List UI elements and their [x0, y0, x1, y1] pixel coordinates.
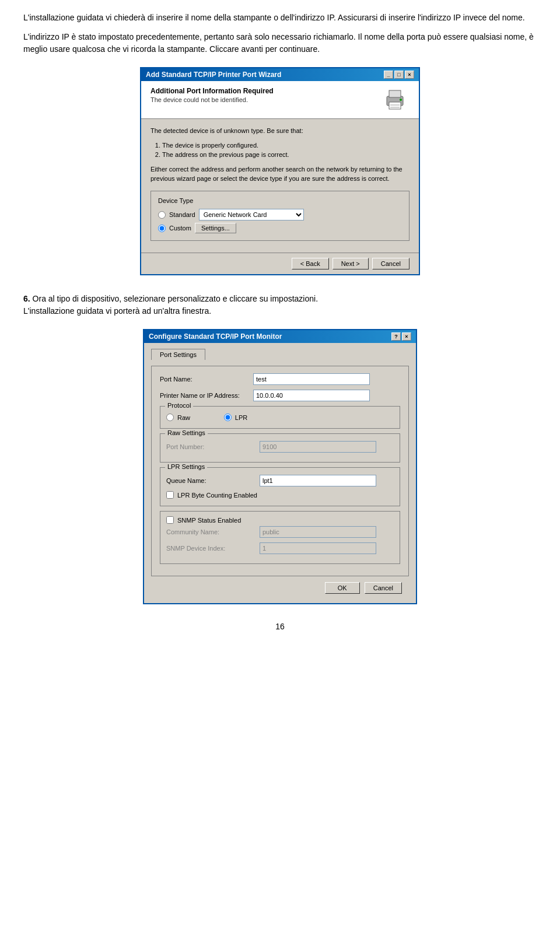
config-title: Configure Standard TCP/IP Port Monitor: [149, 332, 282, 341]
port-settings-tab[interactable]: Port Settings: [151, 349, 205, 360]
titlebar-buttons: _ □ ×: [384, 71, 414, 79]
wizard-body-line2: Either correct the address and perform a…: [150, 164, 410, 184]
device-type-label: Device Type: [158, 196, 402, 206]
device-type-dropdown[interactable]: Generic Network Card: [199, 209, 304, 220]
port-name-row: Port Name:: [160, 373, 400, 385]
printer-icon: [383, 88, 407, 111]
raw-radio[interactable]: [166, 414, 174, 421]
standard-radio-row: Standard Generic Network Card: [158, 209, 402, 220]
settings-button[interactable]: Settings...: [195, 223, 236, 233]
wizard-list-item-2: The address on the previous page is corr…: [162, 150, 410, 160]
port-number-input[interactable]: [260, 441, 376, 453]
config-fields: Port Name: Printer Name or IP Address: P…: [151, 366, 409, 576]
lpr-byte-counting-row: LPR Byte Counting Enabled: [166, 491, 394, 499]
svg-rect-1: [389, 90, 401, 97]
port-number-row: Port Number:: [166, 441, 394, 453]
custom-label: Custom: [169, 223, 191, 233]
lpr-label: LPR: [235, 414, 247, 421]
minimize-button[interactable]: _: [384, 71, 393, 79]
step6-line1: Ora al tipo di dispositivo, selezionare …: [33, 294, 318, 303]
wizard-header-icon: [380, 87, 410, 113]
step6-number: 6.: [23, 294, 30, 303]
wizard-content: The detected device is of unknown type. …: [141, 119, 419, 253]
custom-radio-row: Custom Settings...: [158, 223, 402, 233]
community-name-label: Community Name:: [166, 528, 260, 535]
protocol-content: Raw LPR: [166, 414, 394, 421]
config-body: Port Settings Port Name: Printer Name or…: [144, 343, 416, 603]
svg-rect-3: [390, 104, 400, 106]
wizard-header-text: Additional Port Information Required The…: [150, 87, 274, 103]
snmp-device-index-input[interactable]: [260, 542, 376, 554]
snmp-device-index-row: SNMP Device Index:: [166, 542, 394, 554]
lpr-settings-legend: LPR Settings: [165, 463, 207, 470]
wizard-dialog: Add Standard TCP/IP Printer Port Wizard …: [140, 67, 420, 275]
config-close-button[interactable]: ×: [402, 332, 411, 341]
printer-ip-input[interactable]: [253, 390, 370, 401]
raw-settings-section: Raw Settings Port Number:: [160, 433, 400, 463]
community-name-input[interactable]: [260, 526, 376, 538]
config-cancel-button[interactable]: Cancel: [365, 582, 402, 594]
wizard-body-line1: The detected device is of unknown type. …: [150, 126, 410, 136]
device-type-box: Device Type Standard Generic Network Car…: [150, 191, 410, 241]
back-button[interactable]: < Back: [292, 258, 329, 269]
lpr-settings-section: LPR Settings Queue Name: LPR Byte Counti…: [160, 467, 400, 506]
printer-ip-row: Printer Name or IP Address:: [160, 390, 400, 401]
config-titlebar-buttons: ? ×: [391, 332, 411, 341]
lpr-settings-content: Queue Name: LPR Byte Counting Enabled: [166, 475, 394, 499]
queue-name-input[interactable]: [260, 475, 376, 486]
snmp-status-checkbox[interactable]: [166, 516, 174, 524]
wizard-header: Additional Port Information Required The…: [141, 81, 419, 119]
standard-label: Standard: [169, 210, 195, 220]
lpr-byte-counting-checkbox[interactable]: [166, 491, 174, 499]
wizard-body: Additional Port Information Required The…: [141, 81, 419, 274]
snmp-section: SNMP Status Enabled Community Name: SNMP…: [160, 511, 400, 564]
printer-ip-label: Printer Name or IP Address:: [160, 392, 253, 399]
protocol-legend: Protocol: [165, 402, 193, 409]
step6-line2: L'installazione guidata vi porterà ad un…: [23, 306, 211, 316]
raw-radio-row: Raw LPR: [166, 414, 394, 421]
config-titlebar: Configure Standard TCP/IP Port Monitor ?…: [144, 330, 416, 343]
wizard-header-title: Additional Port Information Required: [150, 87, 274, 95]
queue-name-row: Queue Name:: [166, 475, 394, 486]
port-name-label: Port Name:: [160, 376, 253, 383]
lpr-radio[interactable]: [224, 414, 232, 421]
custom-radio[interactable]: [158, 225, 166, 232]
paragraph-1: L'installazione guidata vi chiederà di i…: [23, 12, 537, 24]
svg-point-5: [400, 99, 402, 101]
config-dialog-container: Configure Standard TCP/IP Port Monitor ?…: [23, 329, 537, 604]
ok-button[interactable]: OK: [325, 582, 360, 594]
next-button[interactable]: Next >: [332, 258, 369, 269]
maximize-button[interactable]: □: [394, 71, 404, 79]
page-number: 16: [23, 622, 537, 631]
community-name-row: Community Name:: [166, 526, 394, 538]
raw-label: Raw: [177, 414, 190, 421]
wizard-title: Add Standard TCP/IP Printer Port Wizard: [146, 71, 281, 79]
config-dialog: Configure Standard TCP/IP Port Monitor ?…: [143, 329, 417, 604]
cancel-button[interactable]: Cancel: [372, 258, 410, 269]
svg-rect-4: [390, 107, 400, 108]
protocol-section: Protocol Raw LPR: [160, 406, 400, 429]
wizard-titlebar: Add Standard TCP/IP Printer Port Wizard …: [141, 68, 419, 81]
config-footer: OK Cancel: [151, 576, 409, 597]
raw-settings-content: Port Number:: [166, 441, 394, 453]
wizard-list-item-1: The device is properly configured.: [162, 141, 410, 150]
snmp-status-row: SNMP Status Enabled: [166, 516, 394, 524]
wizard-header-subtitle: The device could not be identified.: [150, 96, 274, 103]
standard-radio[interactable]: [158, 211, 166, 219]
close-button[interactable]: ×: [405, 71, 414, 79]
wizard-dialog-container: Add Standard TCP/IP Printer Port Wizard …: [23, 67, 537, 275]
step6-text: 6. Ora al tipo di dispositivo, seleziona…: [23, 293, 537, 317]
lpr-byte-counting-label: LPR Byte Counting Enabled: [177, 492, 257, 499]
paragraph-2: L'indirizzo IP è stato impostato precede…: [23, 31, 537, 55]
wizard-body-list: The device is properly configured. The a…: [162, 141, 410, 160]
port-number-label: Port Number:: [166, 443, 260, 450]
tab-bar: Port Settings: [151, 349, 409, 360]
raw-settings-legend: Raw Settings: [165, 429, 208, 436]
config-help-button[interactable]: ?: [391, 332, 401, 341]
snmp-device-index-label: SNMP Device Index:: [166, 545, 260, 552]
queue-name-label: Queue Name:: [166, 477, 260, 484]
wizard-footer: < Back Next > Cancel: [141, 253, 419, 274]
snmp-status-label: SNMP Status Enabled: [177, 517, 241, 524]
port-name-input[interactable]: [253, 373, 370, 385]
